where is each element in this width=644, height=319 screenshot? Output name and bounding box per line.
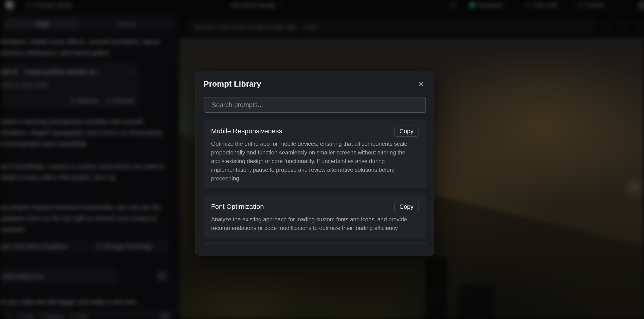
prompt-title: Mobile Responsiveness [211,127,282,135]
app-screen: Prompt Library urfa cloud voyage Supabas… [0,0,644,319]
prompt-description: Optimize the entire app for mobile devic… [211,140,418,183]
close-icon [418,80,424,87]
prompt-card-partial [204,242,426,248]
prompt-library-modal: Prompt Library Mobile Responsiveness Cop… [195,71,434,256]
prompt-description: Analyze the existing approach for loadin… [211,215,418,232]
prompt-card: Font Optimization Copy Analyze the exist… [204,196,426,238]
prompt-title: Font Optimization [211,203,264,210]
copy-button[interactable]: Copy [394,201,418,212]
close-button[interactable] [416,79,426,89]
search-input[interactable] [204,97,426,113]
modal-title: Prompt Library [204,80,261,88]
copy-button[interactable]: Copy [394,126,418,137]
prompt-card: Mobile Responsiveness Copy Optimize the … [204,120,426,188]
